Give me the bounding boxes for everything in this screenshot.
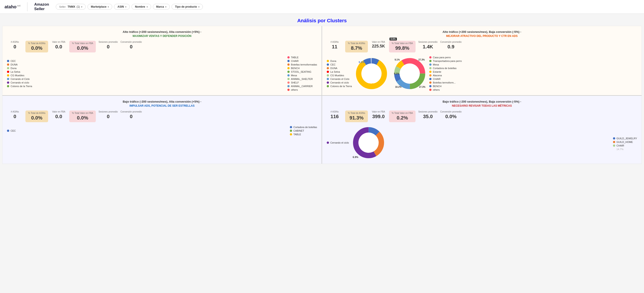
legend-item: CEC bbox=[7, 60, 32, 62]
legend-dot bbox=[287, 85, 290, 87]
legend-item: 14.7% bbox=[613, 148, 637, 151]
legend-item: Duna bbox=[7, 67, 32, 70]
legend-dot bbox=[290, 130, 292, 132]
q2-charts: Duna CEC DUNA La Selva CG Muebles Cerran… bbox=[327, 56, 637, 91]
legend-dot bbox=[287, 74, 290, 77]
filter-asin[interactable]: ASIN bbox=[114, 4, 130, 10]
filter-seller[interactable]: Seller: TNMX (1) bbox=[56, 4, 86, 10]
q2-donut1: 9.1% 90.9% bbox=[354, 57, 388, 91]
q2-stats: # ASINs 11 % Total de ASINs 8.7% Valor e… bbox=[327, 41, 637, 53]
q3-subtitle: IMPULSAR ADS, POTENCIAL DE SER ESTRELLAS bbox=[7, 104, 317, 107]
filter-seller-badge: (1) bbox=[76, 5, 80, 8]
filter-marketplace[interactable]: Marketplace bbox=[88, 4, 112, 10]
q4-stat-pct-fba: % Total Valor en FBA 0.2% bbox=[389, 111, 416, 122]
legend-item: Colores de la Tierra bbox=[7, 85, 32, 88]
svg-point-2 bbox=[361, 64, 382, 84]
legend-dot bbox=[7, 67, 9, 69]
logo: ataho.net bbox=[4, 4, 20, 10]
filter-tipo-producto[interactable]: Tipo de producto bbox=[172, 4, 203, 10]
legend-dot bbox=[327, 85, 329, 87]
legend-item: CHAIR bbox=[429, 78, 462, 80]
half-donut-svg bbox=[352, 126, 386, 160]
legend-dot bbox=[287, 78, 290, 80]
page-title: Análisis por Clusters bbox=[0, 18, 644, 24]
legend-item: CHAIR bbox=[287, 60, 317, 62]
legend-item: La Selva bbox=[327, 71, 352, 73]
legend-dot bbox=[287, 82, 290, 84]
legend-item: BENCH bbox=[429, 85, 462, 88]
legend-item: CEC bbox=[7, 129, 16, 132]
q1-legend-left: CEC DUNA Duna La Selva CG Muebles Cerran… bbox=[7, 60, 32, 88]
legend-dot bbox=[7, 82, 9, 84]
q1-stat-sessions: Sesiones promedio 0 bbox=[98, 41, 118, 50]
q3-stat-fba: Valor en FBA 0.0 bbox=[51, 111, 66, 120]
legend-item: Alacena bbox=[429, 74, 462, 77]
legend-item: Botellas termoform... bbox=[429, 81, 462, 84]
legend-dot bbox=[7, 60, 9, 62]
logo-net: .net bbox=[16, 5, 20, 7]
legend-item: Botellas termoformadas bbox=[287, 63, 317, 66]
filter-nombre[interactable]: Nombre bbox=[132, 4, 151, 10]
legend-dot bbox=[7, 64, 9, 66]
q4-stats: # ASINs 116 % Total de ASINs 91.3% Valor… bbox=[327, 111, 637, 122]
filter-nombre-value: Nombre bbox=[135, 5, 145, 8]
q2-left-chart-section: Duna CEC DUNA La Selva CG Muebles Cerran… bbox=[327, 57, 388, 91]
app-title-text: AmazonSeller bbox=[34, 2, 49, 11]
legend-item: BENCH bbox=[287, 67, 317, 70]
q1-stat-asins: # ASINs 0 bbox=[7, 41, 23, 50]
q3-stats: # ASINs 0 % Total de ASINs 0.0% Valor en… bbox=[7, 111, 317, 122]
q2-stat-sessions: Sesiones promedio 1.4K bbox=[418, 41, 438, 50]
legend-dot bbox=[7, 71, 9, 73]
q4-stat-pct-asins: % Total de ASINs 91.3% bbox=[345, 111, 368, 122]
legend-dot bbox=[290, 133, 292, 135]
q4-donut-label-6: 6.9% bbox=[353, 156, 358, 158]
q1-legend-right: TABLE CHAIR Botellas termoformadas BENCH… bbox=[287, 56, 317, 91]
legend-dot bbox=[429, 85, 432, 87]
quadrant-q3: Bajo tráfico (-200 sesiones/mes), Alta c… bbox=[2, 96, 322, 164]
logo-text: ataho.net bbox=[4, 4, 20, 10]
legend-dot bbox=[429, 78, 432, 80]
q4-legend-right: GUILD_JEWELRY GUILD_HOME CHAIR 14.7% bbox=[613, 137, 637, 151]
q2-legend-right: Casa para perro Transportadora para perr… bbox=[429, 56, 462, 91]
q4-stat-asins: # ASINs 116 bbox=[327, 111, 342, 120]
q4-left-chart-section: Cerrando el ciclo 6.9% bbox=[327, 126, 386, 160]
legend-item: others bbox=[429, 88, 462, 91]
legend-item: Duna bbox=[327, 60, 352, 62]
legend-dot bbox=[429, 82, 432, 84]
svg-point-9 bbox=[400, 64, 420, 84]
clusters-grid: Alto tráfico (+200 sesiones/mes), Alta c… bbox=[0, 26, 644, 166]
legend-item: Estante bbox=[429, 71, 462, 73]
legend-item: TABLE bbox=[287, 56, 317, 59]
legend-dot bbox=[613, 144, 615, 147]
legend-item: CHAIR bbox=[613, 144, 637, 147]
donut2-label-9-top: 9.1% bbox=[395, 59, 400, 61]
legend-item: Casa para perro bbox=[429, 56, 462, 59]
filter-marca-value: Marca bbox=[156, 5, 164, 8]
legend-item: SHELF bbox=[287, 81, 317, 84]
legend-dot bbox=[327, 67, 329, 69]
header-divider bbox=[27, 2, 28, 11]
legend-dot bbox=[429, 56, 432, 59]
legend-dot bbox=[327, 142, 329, 144]
legend-dot bbox=[429, 74, 432, 77]
q2-subtitle: MEJORAR ATRACTIVO DEL PRODUCTO Y CTR EN … bbox=[327, 35, 637, 38]
q4-title: Bajo tráfico (-200 sesiones/mes), Baja c… bbox=[327, 100, 637, 103]
filter-bar: Seller: TNMX (1) Marketplace ASIN Nombre… bbox=[56, 4, 203, 10]
donut2-label-27-bot: 27.3% bbox=[419, 86, 426, 88]
legend-item: Cerrando el ciclo bbox=[327, 141, 349, 144]
legend-dot bbox=[290, 126, 292, 128]
q1-stat-conversion: Conversión promedio 0 bbox=[120, 41, 142, 50]
legend-dot bbox=[429, 64, 432, 66]
legend-item: CABINET bbox=[290, 129, 317, 132]
legend-item: GUILD_JEWELRY bbox=[613, 137, 637, 140]
filter-seller-value: TNMX bbox=[68, 5, 75, 8]
legend-item: CG Muebles bbox=[327, 74, 352, 77]
legend-item: others bbox=[287, 88, 317, 91]
legend-dot bbox=[327, 64, 329, 66]
q2-right-chart-section: 27.3% 9.1% 9.1% 18.2% 27.3% Casa para pe… bbox=[393, 56, 462, 91]
legend-dot bbox=[7, 78, 9, 80]
donut2-label-27-top: 27.3% bbox=[418, 59, 425, 61]
filter-marca[interactable]: Marca bbox=[153, 4, 170, 10]
q4-stat-fba: Valor en FBA 399.0 bbox=[370, 111, 386, 120]
legend-item: La Selva bbox=[7, 71, 32, 73]
